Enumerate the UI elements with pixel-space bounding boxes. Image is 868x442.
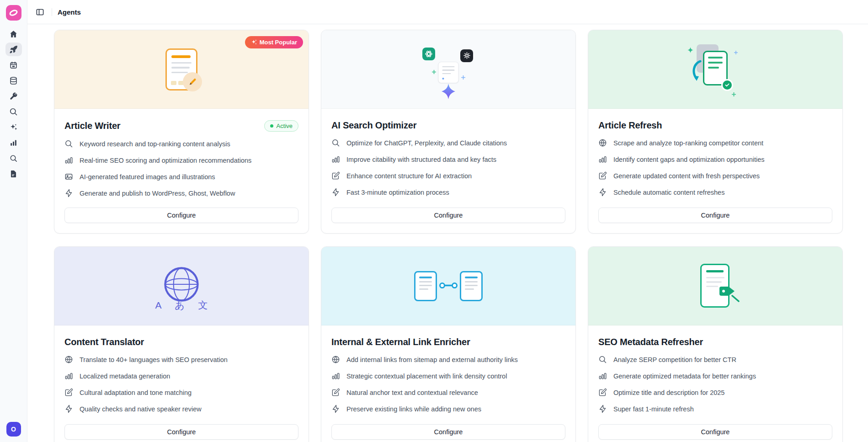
feature-item: Generate updated content with fresh pers… <box>598 171 832 180</box>
feature-text: Identify content gaps and optimization o… <box>613 156 765 163</box>
sidebar-item-calendar[interactable] <box>5 58 22 72</box>
chatgpt-logo <box>422 48 435 60</box>
search-icon <box>598 355 607 364</box>
feature-text: Scrape and analyze top-ranking competito… <box>613 139 763 147</box>
sidebar-item-agents[interactable] <box>5 43 22 56</box>
most-popular-badge: Most Popular <box>245 36 303 48</box>
tag-icon <box>719 286 740 302</box>
chart-icon <box>598 155 607 164</box>
feature-item: Scrape and analyze top-ranking competito… <box>598 138 832 147</box>
sidebar-item-search[interactable] <box>5 105 22 118</box>
feature-text: Generate updated content with fresh pers… <box>613 172 760 180</box>
article-writer-illustration: Most Popular <box>54 30 309 109</box>
feature-text: Cultural adaptation and tone matching <box>80 389 192 396</box>
feature-item: Improve citability with structured data … <box>331 155 565 164</box>
feature-text: Schedule automatic content refreshes <box>613 189 724 196</box>
globe-icon <box>64 355 73 364</box>
logo-oval-icon <box>8 9 18 17</box>
sidebar-toggle-button[interactable] <box>33 5 46 18</box>
chart-icon <box>598 372 607 380</box>
database-icon <box>9 76 18 85</box>
configure-button[interactable]: Configure <box>331 208 565 223</box>
sparkles-icon <box>9 123 18 132</box>
starburst-icon <box>463 52 471 59</box>
sidebar-item-analytics[interactable] <box>5 136 22 149</box>
feature-item: AI-generated featured images and illustr… <box>64 172 298 181</box>
feature-item: Cultural adaptation and tone matching <box>64 388 298 397</box>
app-window: O Agents <box>0 0 868 442</box>
panel-left-icon <box>36 8 44 16</box>
tools-icon <box>9 92 18 101</box>
feature-item: Generate and publish to WordPress, Ghost… <box>64 189 298 197</box>
chart-icon <box>64 372 73 380</box>
image-icon <box>64 172 73 181</box>
sidebar-item-ai[interactable] <box>5 120 22 134</box>
agent-card-seo-metadata-refresher: SEO Metadata Refresher Analyze SERP comp… <box>588 246 843 442</box>
feature-item: Super fast 1-minute refresh <box>598 405 832 413</box>
sidebar-item-home[interactable] <box>5 27 22 41</box>
openai-icon <box>425 50 433 58</box>
refresh-arrow-icon <box>691 59 703 82</box>
feature-text: Optimize for ChatGPT, Perplexity, and Cl… <box>346 139 507 147</box>
card-title: AI Search Optimizer <box>331 120 416 131</box>
feature-text: Fast 3-minute optimization process <box>346 189 449 196</box>
feature-item: Add internal links from sitemap and exte… <box>331 355 565 364</box>
card-title: Content Translator <box>64 337 144 347</box>
edit-icon <box>598 388 607 397</box>
linked-doc-illustration <box>414 271 437 301</box>
chart-icon <box>64 156 73 165</box>
feature-item: Analyze SERP competition for better CTR <box>598 355 832 364</box>
feature-text: Super fast 1-minute refresh <box>613 405 694 413</box>
feature-text: Localized metadata generation <box>80 373 170 380</box>
plus-sparkle-icon <box>432 70 436 74</box>
magnifier-icon <box>9 154 18 163</box>
app-logo[interactable] <box>6 5 21 21</box>
ai-diamond-icon <box>442 84 455 99</box>
sidebar: O <box>0 0 27 442</box>
feature-item: Generate optimized metadata for better r… <box>598 372 832 380</box>
sidebar-item-tools[interactable] <box>5 89 22 103</box>
feature-text: Keyword research and top-ranking content… <box>80 140 230 148</box>
rocket-icon <box>9 45 18 54</box>
link-chain-icon <box>439 281 458 289</box>
zap-icon <box>598 188 607 197</box>
home-icon <box>9 30 18 38</box>
sidebar-item-keywords[interactable] <box>5 151 22 165</box>
configure-button[interactable]: Configure <box>64 208 298 223</box>
bar-chart-icon <box>9 138 18 147</box>
zap-icon <box>64 189 73 197</box>
card-title: Internal & External Link Enricher <box>331 337 470 347</box>
feature-item: Natural anchor text and contextual relev… <box>331 388 565 397</box>
feature-item: Real-time SEO scoring and optimization r… <box>64 156 298 165</box>
agent-card-ai-search-optimizer: AI Search Optimizer Optimize for ChatGPT… <box>321 30 576 234</box>
chart-icon <box>331 372 340 380</box>
pencil-icon <box>188 77 197 86</box>
feature-item: Preserve existing links while adding new… <box>331 405 565 413</box>
sidebar-item-docs[interactable] <box>5 167 22 181</box>
zap-icon <box>598 405 607 413</box>
agent-card-link-enricher: Internal & External Link Enricher Add in… <box>321 246 576 442</box>
content-translator-illustration: A あ 文 <box>54 247 309 325</box>
document-illustration <box>165 48 197 91</box>
feature-text: Analyze SERP competition for better CTR <box>613 356 736 363</box>
feature-item: Localized metadata generation <box>64 372 298 380</box>
zap-icon <box>64 405 73 413</box>
configure-button[interactable]: Configure <box>598 208 832 223</box>
configure-button[interactable]: Configure <box>331 424 565 440</box>
card-title: Article Refresh <box>598 120 662 131</box>
sidebar-item-data[interactable] <box>5 74 22 87</box>
star-sparkle-icon <box>687 47 693 53</box>
calendar-icon <box>9 61 18 69</box>
configure-button[interactable]: Configure <box>598 424 832 440</box>
feature-item: Keyword research and top-ranking content… <box>64 139 298 148</box>
user-avatar[interactable]: O <box>6 422 21 437</box>
feature-text: Improve citability with structured data … <box>346 156 496 163</box>
agent-card-grid: Most Popular Article Writer Active Keywo… <box>27 24 868 442</box>
active-status-badge: Active <box>264 120 298 132</box>
page-title: Agents <box>58 8 81 16</box>
feature-item: Strategic contextual placement with link… <box>331 372 565 380</box>
link-enricher-illustration <box>321 247 575 325</box>
feature-item: Enhance content structure for AI extract… <box>331 171 565 180</box>
configure-button[interactable]: Configure <box>64 424 298 440</box>
ai-search-optimizer-illustration <box>321 30 575 109</box>
